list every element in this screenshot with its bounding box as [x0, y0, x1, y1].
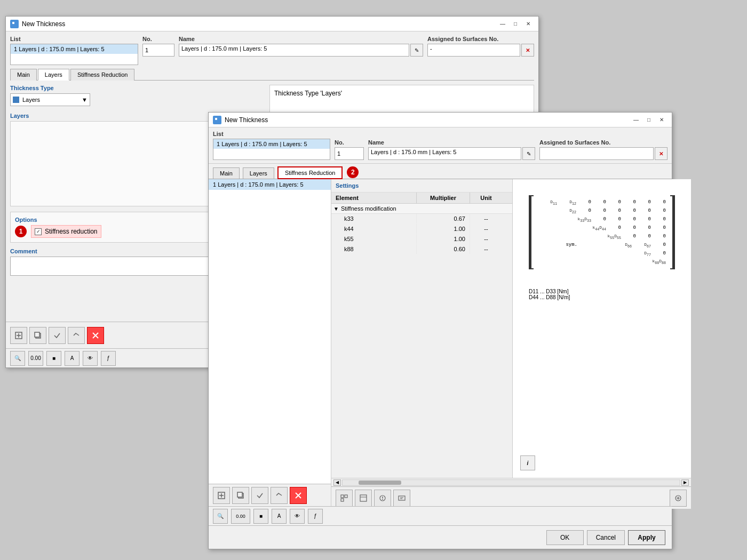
fg-assigned-input[interactable]: [539, 147, 654, 160]
fg-no-input[interactable]: 1: [335, 147, 364, 160]
bg-close-button[interactable]: ✕: [522, 19, 534, 29]
bg-accept-button[interactable]: [49, 327, 66, 344]
bg-title-bar[interactable]: New Thickness — □ ✕: [6, 17, 538, 31]
bg-status-rect-button[interactable]: ■: [46, 351, 61, 366]
fg-action-btn4[interactable]: [393, 490, 410, 507]
bg-tab-main[interactable]: Main: [10, 69, 37, 81]
fg-name-panel: Name Layers | d : 175.0 mm | Layers: 5 ✎: [368, 139, 535, 160]
fg-status-search-button[interactable]: 🔍: [213, 509, 228, 524]
fg-k44-multiplier[interactable]: 1.00: [417, 224, 470, 234]
fg-accept-button[interactable]: [251, 487, 268, 504]
fg-cancel-button[interactable]: Cancel: [587, 530, 625, 545]
bg-name-edit-button[interactable]: ✎: [410, 44, 423, 57]
fg-action-toolbar: [331, 486, 691, 509]
bg-tab-layers[interactable]: Layers: [38, 69, 69, 81]
fg-tab-main[interactable]: Main: [213, 167, 240, 179]
fg-list-box[interactable]: 1 Layers | d : 175.0 mm | Layers: 5: [213, 139, 330, 160]
fg-title-bar[interactable]: New Thickness — □ ✕: [209, 113, 672, 127]
fg-assigned-label: Assigned to Surfaces No.: [539, 139, 667, 146]
bg-list-item[interactable]: 1 Layers | d : 175.0 mm | Layers: 5: [11, 44, 138, 54]
fg-settings-matrix-row: Settings Element Multiplier Unit ▼ Stiff…: [331, 179, 691, 478]
fg-bottom-status: 🔍 0.00 ■ A 👁 ƒ: [209, 506, 672, 525]
bg-name-label: Name: [179, 36, 423, 42]
fg-content-area: 1 Layers | d : 175.0 mm | Layers: 5 Sett…: [209, 179, 672, 509]
fg-k44-element: k44: [331, 224, 417, 234]
fg-list-panel: List 1 Layers | d : 175.0 mm | Layers: 5: [213, 131, 330, 160]
svg-rect-11: [341, 495, 344, 498]
svg-rect-10: [215, 118, 217, 120]
fg-k33-multiplier[interactable]: 0.67: [417, 214, 470, 223]
fg-k33-unit: --: [470, 214, 502, 223]
svg-rect-29: [237, 492, 242, 497]
fg-col-element: Element: [331, 193, 417, 203]
fg-action-btn1[interactable]: [336, 490, 353, 507]
fg-tab-layers[interactable]: Layers: [243, 167, 274, 179]
fg-scroll-thumb[interactable]: [359, 481, 401, 485]
bg-tab-stiffness[interactable]: Stiffness Reduction: [70, 69, 135, 81]
fg-delete-button[interactable]: [290, 487, 307, 504]
fg-new-button[interactable]: [213, 487, 230, 504]
fg-k55-unit: --: [470, 234, 502, 244]
fg-apply-button[interactable]: Apply: [628, 530, 665, 545]
fg-minimize-button[interactable]: —: [630, 115, 642, 125]
fg-info-button[interactable]: i: [520, 455, 535, 470]
bg-assigned-field: Assigned to Surfaces No. - ✕: [427, 36, 534, 65]
fg-tab-stiffness[interactable]: Stiffness Reduction: [277, 166, 343, 179]
fg-reject-button[interactable]: [271, 487, 288, 504]
svg-rect-14: [360, 495, 367, 501]
fg-k44-unit: --: [470, 224, 502, 234]
bg-maximize-button[interactable]: □: [510, 19, 521, 29]
fg-window-icon: [213, 116, 221, 124]
fg-info-row: List 1 Layers | d : 175.0 mm | Layers: 5…: [209, 127, 672, 164]
fg-name-row: Layers | d : 175.0 mm | Layers: 5 ✎: [368, 147, 535, 160]
fg-ok-button[interactable]: OK: [546, 530, 584, 545]
fg-status-number-button[interactable]: 0.00: [231, 509, 250, 524]
fg-window-title: New Thickness: [225, 116, 630, 124]
fg-left-list-item[interactable]: 1 Layers | d : 175.0 mm | Layers: 5: [209, 179, 331, 190]
fg-scroll-left-button[interactable]: ◀: [333, 479, 341, 486]
fg-status-rect-button[interactable]: ■: [253, 509, 268, 524]
fg-row-k33: k33 0.67 --: [331, 214, 512, 224]
fg-scroll-right-button[interactable]: ▶: [681, 479, 689, 486]
fg-copy-button[interactable]: [232, 487, 249, 504]
fg-status-view-button[interactable]: 👁: [290, 509, 305, 524]
bg-name-input[interactable]: Layers | d : 175.0 mm | Layers: 5: [179, 44, 409, 57]
fg-collapse-icon[interactable]: ▼: [333, 206, 339, 212]
bg-status-view-button[interactable]: 👁: [83, 351, 98, 366]
bg-stiffness-checkbox-row[interactable]: Stiffness reduction: [31, 225, 101, 238]
bg-minimize-button[interactable]: —: [497, 19, 508, 29]
bg-copy-button[interactable]: [29, 327, 46, 344]
bg-list-box[interactable]: 1 Layers | d : 175.0 mm | Layers: 5: [10, 44, 138, 65]
fg-name-input[interactable]: Layers | d : 175.0 mm | Layers: 5: [368, 147, 521, 160]
fg-k55-multiplier[interactable]: 1.00: [417, 234, 470, 244]
bg-status-formula-button[interactable]: ƒ: [101, 351, 116, 366]
fg-status-text-button[interactable]: A: [272, 509, 287, 524]
fg-maximize-button[interactable]: □: [643, 115, 655, 125]
fg-action-btn5[interactable]: [670, 490, 687, 507]
fg-matrix-visual: D11 D12 0 0 0 0 0 0 D22 0: [529, 195, 675, 269]
bg-assigned-input[interactable]: -: [427, 44, 520, 57]
bg-assigned-pick-button[interactable]: ✕: [521, 44, 534, 57]
bg-reject-button[interactable]: [68, 327, 85, 344]
bg-status-search-button[interactable]: 🔍: [10, 351, 25, 366]
fg-assigned-pick-button[interactable]: ✕: [655, 147, 667, 160]
bg-step1-badge: 1: [15, 226, 27, 237]
bg-stiffness-checkbox[interactable]: [35, 228, 42, 235]
bg-no-input[interactable]: 1: [142, 44, 174, 57]
bg-new-button[interactable]: [10, 327, 27, 344]
fg-close-button[interactable]: ✕: [656, 115, 667, 125]
bg-thickness-type-select[interactable]: Layers ▼: [10, 93, 90, 106]
fg-status-formula-button[interactable]: ƒ: [308, 509, 323, 524]
bg-no-field: No. 1: [142, 36, 174, 65]
bg-delete-button[interactable]: [87, 327, 104, 344]
fg-action-btn2[interactable]: [355, 490, 372, 507]
bg-list-label: List: [10, 36, 138, 42]
fg-scrollbar[interactable]: [342, 479, 680, 486]
fg-k88-multiplier[interactable]: 0.60: [417, 244, 470, 254]
fg-name-edit-button[interactable]: ✎: [522, 147, 535, 160]
bg-status-number-button[interactable]: 0.00: [28, 351, 43, 366]
bg-status-text-button[interactable]: A: [65, 351, 80, 366]
fg-list-item[interactable]: 1 Layers | d : 175.0 mm | Layers: 5: [213, 139, 330, 149]
fg-left-toolbar: [209, 484, 331, 506]
fg-action-btn3[interactable]: [374, 490, 391, 507]
